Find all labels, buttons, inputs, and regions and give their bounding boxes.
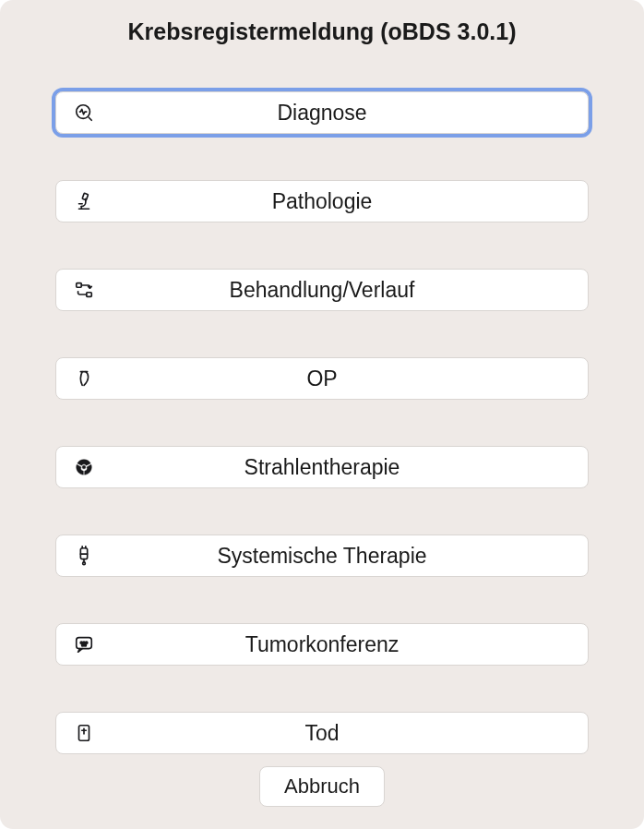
option-strahlentherapie[interactable]: Strahlentherapie <box>55 446 589 488</box>
option-diagnose[interactable]: Diagnose <box>55 91 589 134</box>
svg-point-6 <box>83 562 86 565</box>
option-label: Behandlung/Verlauf <box>230 278 415 303</box>
option-label: Strahlentherapie <box>244 455 400 480</box>
flow-icon <box>73 279 95 301</box>
dialog-footer: Abbruch <box>0 766 644 807</box>
svg-point-11 <box>82 644 84 646</box>
option-label: OP <box>306 366 337 391</box>
death-icon <box>73 722 95 744</box>
option-tumorkonferenz[interactable]: Tumorkonferenz <box>55 623 589 666</box>
option-label: Tumorkonferenz <box>245 632 400 657</box>
option-behandlung[interactable]: Behandlung/Verlauf <box>55 269 589 311</box>
svg-rect-1 <box>82 193 89 200</box>
option-tod[interactable]: Tod <box>55 712 589 754</box>
option-systemische[interactable]: Systemische Therapie <box>55 535 589 577</box>
scalpel-icon <box>73 367 95 390</box>
svg-point-8 <box>80 642 82 643</box>
option-op[interactable]: OP <box>55 357 589 400</box>
option-label: Systemische Therapie <box>217 544 426 569</box>
svg-point-9 <box>83 642 85 643</box>
microscope-icon <box>73 190 95 212</box>
dialog-title: Krebsregistermeldung (oBDS 3.0.1) <box>0 18 644 45</box>
svg-point-12 <box>84 644 86 646</box>
svg-point-4 <box>82 465 86 469</box>
option-label: Diagnose <box>277 101 366 126</box>
svg-point-10 <box>86 642 88 643</box>
iv-icon <box>73 545 95 567</box>
option-label: Tod <box>304 721 339 746</box>
conference-icon <box>73 633 95 655</box>
dialog-window: Krebsregistermeldung (oBDS 3.0.1) Diagno… <box>0 0 644 829</box>
options-list: Diagnose Pathologie <box>0 91 644 754</box>
cancel-button[interactable]: Abbruch <box>259 766 385 807</box>
option-pathologie[interactable]: Pathologie <box>55 180 589 222</box>
option-label: Pathologie <box>272 189 373 214</box>
diagnose-icon <box>73 102 95 124</box>
radiation-icon <box>73 456 95 478</box>
